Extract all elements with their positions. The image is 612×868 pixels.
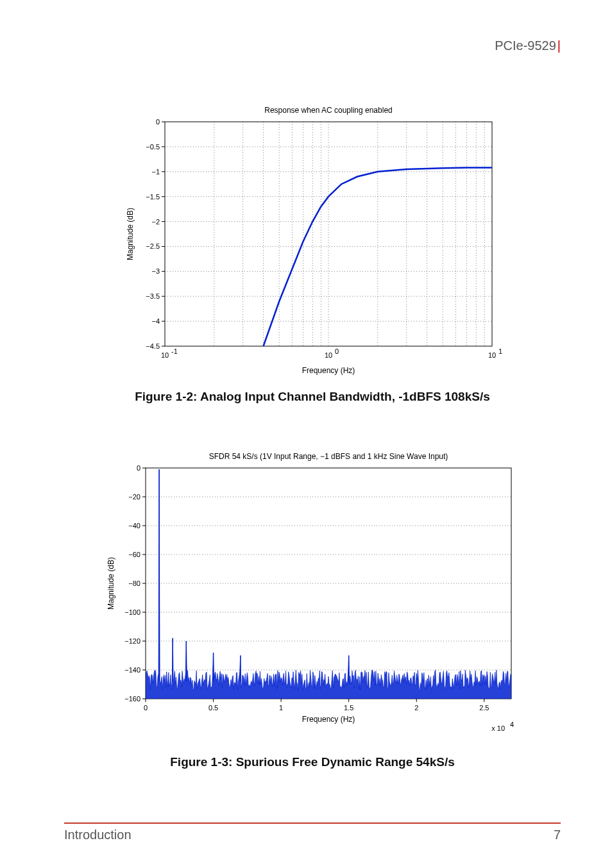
svg-text:2: 2: [414, 704, 418, 712]
figure-1-block: Response when AC coupling enabled0−0.5−1…: [64, 103, 561, 404]
svg-text:x 10: x 10: [491, 724, 505, 732]
svg-text:−2: −2: [151, 218, 160, 226]
svg-text:−140: −140: [124, 666, 140, 674]
svg-text:−3: −3: [151, 267, 160, 275]
figure-2-caption: Figure 1-3: Spurious Free Dynamic Range …: [170, 755, 454, 769]
svg-text:−0.5: −0.5: [146, 143, 160, 151]
figure-2-block: SFDR 54 kS/s (1V Input Range, −1 dBFS an…: [64, 449, 561, 769]
header-product-text: PCIe-9529: [495, 38, 556, 53]
svg-text:−160: −160: [124, 695, 140, 703]
svg-text:SFDR 54 kS/s (1V Input Range, : SFDR 54 kS/s (1V Input Range, −1 dBFS an…: [209, 452, 448, 461]
svg-text:10: 10: [325, 351, 332, 359]
svg-text:−120: −120: [124, 637, 140, 645]
svg-text:10: 10: [161, 351, 169, 359]
svg-text:1: 1: [498, 347, 502, 355]
svg-text:10: 10: [488, 351, 496, 359]
svg-text:−4.5: −4.5: [146, 342, 160, 350]
svg-text:−60: −60: [128, 551, 140, 558]
svg-text:−40: −40: [128, 522, 140, 530]
footer-page-number: 7: [554, 828, 561, 842]
svg-text:−3.5: −3.5: [146, 292, 160, 300]
svg-text:Response when AC coupling enab: Response when AC coupling enabled: [264, 106, 392, 115]
svg-text:−1: −1: [151, 168, 160, 176]
svg-text:−4: −4: [151, 317, 160, 325]
svg-text:0: 0: [335, 347, 339, 355]
svg-text:−80: −80: [128, 580, 140, 587]
svg-text:Magnitude (dB): Magnitude (dB): [106, 557, 115, 610]
svg-text:0: 0: [137, 464, 140, 472]
svg-text:1.5: 1.5: [344, 704, 353, 712]
figure-2-chart: SFDR 54 kS/s (1V Input Range, −1 dBFS an…: [101, 449, 524, 744]
svg-text:Frequency (Hz): Frequency (Hz): [302, 366, 355, 375]
figure-1-caption: Figure 1-2: Analog Input Channel Bandwid…: [135, 390, 490, 404]
page-footer: Introduction 7: [64, 822, 561, 842]
svg-text:Magnitude (dB): Magnitude (dB): [126, 208, 135, 260]
header-accent-bar: |: [556, 38, 561, 53]
svg-text:−100: −100: [124, 608, 140, 616]
footer-section: Introduction: [64, 828, 132, 842]
svg-text:−20: −20: [128, 493, 140, 501]
svg-text:0.5: 0.5: [208, 704, 218, 712]
svg-text:2.5: 2.5: [479, 704, 489, 712]
footer-rule: [64, 822, 561, 824]
svg-text:−2.5: −2.5: [146, 242, 160, 250]
svg-text:0: 0: [156, 118, 160, 126]
svg-text:−1.5: −1.5: [146, 193, 160, 201]
svg-text:4: 4: [510, 721, 514, 728]
svg-text:1: 1: [279, 704, 283, 712]
svg-text:-1: -1: [171, 347, 178, 355]
figure-1-chart: Response when AC coupling enabled0−0.5−1…: [120, 103, 505, 378]
page: PCIe-9529| Response when AC coupling ena…: [0, 0, 612, 868]
header-product: PCIe-9529|: [495, 38, 561, 53]
svg-text:0: 0: [144, 704, 148, 712]
svg-text:Frequency (Hz): Frequency (Hz): [302, 715, 355, 724]
